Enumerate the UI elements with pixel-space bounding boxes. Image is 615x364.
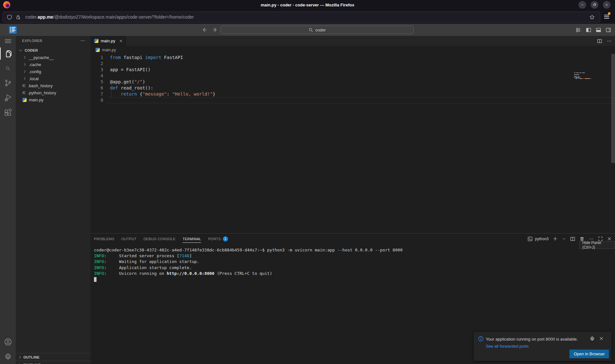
- tree-item-label: .python_history: [28, 90, 56, 95]
- code-editor[interactable]: 1from fastapi import FastAPI23app = Fast…: [90, 54, 615, 233]
- minimap[interactable]: [574, 72, 593, 80]
- split-editor-icon[interactable]: [597, 38, 602, 44]
- restore-icon[interactable]: [591, 1, 598, 9]
- chevron-right-icon: [22, 55, 27, 60]
- terminal-line: [94, 276, 612, 282]
- notification-close-icon[interactable]: [599, 336, 604, 341]
- terminal-output[interactable]: coder@coder-b3ee7c38-4372-482c-a4ed-7f14…: [94, 247, 612, 282]
- firefox-urlbar-row: coder.app.me/@dodistyo27/Workspace.main/…: [0, 10, 615, 24]
- window-controls: [578, 1, 611, 9]
- menu-icon[interactable]: [0, 36, 16, 46]
- tree-item-main-py[interactable]: main.py: [16, 96, 90, 103]
- url-text: coder.app.me/@dodistyo27/Workspace.main/…: [25, 14, 194, 20]
- toggle-secondary-sidebar-icon[interactable]: [606, 27, 611, 33]
- code-line-7[interactable]: 7 return {"message": "Hello, world!"}: [90, 91, 615, 97]
- forward-arrow-icon[interactable]: [212, 27, 218, 33]
- chevron-right-icon: [22, 62, 27, 67]
- python-file-icon: [94, 39, 98, 43]
- panel-tab-ports[interactable]: PORTS1: [208, 233, 228, 244]
- application-window: main.py - coder - code-server — Mozilla …: [0, 0, 615, 364]
- close-icon[interactable]: [603, 1, 611, 9]
- explorer-header: EXPLORER: [16, 36, 90, 46]
- window-title: main.py - coder - code-server — Mozilla …: [0, 3, 615, 7]
- line-number: 3: [90, 67, 103, 73]
- run-debug-icon[interactable]: [0, 90, 16, 105]
- editor-tab-bar: main.py: [90, 36, 615, 46]
- tab-main-py[interactable]: main.py: [90, 36, 126, 46]
- open-in-browser-button[interactable]: Open in Browser: [569, 350, 609, 358]
- lock-icon[interactable]: [15, 14, 21, 20]
- minimize-icon[interactable]: [578, 1, 586, 9]
- code-line-6[interactable]: 6def read_root():: [90, 85, 615, 91]
- terminal-line: coder@coder-b3ee7c38-4372-482c-a4ed-7f14…: [94, 247, 612, 253]
- chevron-right-icon: [18, 363, 22, 364]
- settings-gear-icon[interactable]: [0, 349, 16, 364]
- file-tree: CODER__pycache__.cache.config.local.bash…: [16, 47, 90, 103]
- chevron-right-icon: [22, 69, 27, 74]
- panel-tab-label: PORTS: [208, 237, 221, 241]
- history-file-icon: [22, 91, 26, 95]
- editor-scrollbar[interactable]: [611, 54, 615, 163]
- source-control-icon[interactable]: [0, 76, 16, 90]
- code-line-2[interactable]: 2: [90, 61, 615, 67]
- panel-tab-label: OUTPUT: [122, 237, 137, 241]
- tracking-shield-icon[interactable]: [7, 14, 12, 20]
- firefox-menu-icon[interactable]: [603, 13, 611, 21]
- activity-bar: [0, 36, 16, 364]
- code-line-3[interactable]: 3app = FastAPI(): [90, 67, 615, 73]
- outline-section-header[interactable]: OUTLINE: [16, 353, 90, 361]
- toggle-panel-icon[interactable]: [596, 27, 601, 33]
- python-file-icon: [96, 48, 100, 52]
- new-terminal-icon[interactable]: [553, 236, 558, 241]
- tree-item-label: .config: [29, 69, 41, 74]
- editor-region: main.py main.py 1from fastapi import Fas…: [90, 36, 615, 364]
- port-notification-toast: Your application running on port 8000 is…: [474, 332, 611, 361]
- editor-actions: [597, 36, 612, 46]
- tree-item--pycache-[interactable]: __pycache__: [16, 54, 90, 61]
- more-actions-icon[interactable]: [607, 38, 612, 44]
- panel-tab-output[interactable]: OUTPUT: [122, 233, 137, 244]
- search-icon[interactable]: [0, 61, 16, 76]
- code-text: def read_root():: [110, 85, 153, 91]
- breadcrumb[interactable]: main.py: [90, 46, 615, 54]
- explorer-more-actions-icon[interactable]: [80, 38, 85, 43]
- url-field[interactable]: coder.app.me/@dodistyo27/Workspace.main/…: [3, 12, 600, 22]
- close-tab-icon[interactable]: [119, 39, 123, 43]
- tree-item--bash-history[interactable]: .bash_history: [16, 82, 90, 89]
- history-file-icon: [22, 84, 26, 88]
- code-server-logo-icon: [9, 26, 17, 34]
- chevron-right-icon: [22, 76, 27, 81]
- layout-actions: [576, 24, 611, 36]
- code-line-1[interactable]: 1from fastapi import FastAPI: [90, 55, 615, 61]
- notification-message: Your application running on port 8000 is…: [486, 336, 585, 350]
- account-icon[interactable]: [0, 334, 16, 349]
- bookmark-star-icon[interactable]: [589, 14, 595, 20]
- back-arrow-icon[interactable]: [201, 27, 207, 33]
- customize-layout-icon[interactable]: [576, 27, 581, 33]
- tree-item-label: .cache: [29, 62, 41, 67]
- tree-item--cache[interactable]: .cache: [16, 61, 90, 68]
- notification-settings-gear-icon[interactable]: [590, 336, 595, 341]
- tree-item-coder[interactable]: CODER: [16, 47, 90, 54]
- code-line-8[interactable]: 8: [90, 97, 615, 103]
- code-line-4[interactable]: 4: [90, 73, 615, 79]
- toggle-sidebar-icon[interactable]: [586, 27, 591, 33]
- tree-item--config[interactable]: .config: [16, 68, 90, 75]
- terminal-line: INFO: Started server process [7148]: [94, 253, 612, 259]
- timeline-section-header[interactable]: TIMELINE: [16, 361, 90, 364]
- split-terminal-icon[interactable]: [570, 236, 575, 241]
- terminal-dropdown-icon[interactable]: [562, 237, 566, 241]
- panel-tab-terminal[interactable]: TERMINAL: [182, 233, 201, 244]
- command-search-box[interactable]: coder: [221, 26, 414, 34]
- files-icon[interactable]: [0, 46, 16, 61]
- panel-tab-debug-console[interactable]: DEBUG CONSOLE: [144, 233, 176, 244]
- panel-tab-problems[interactable]: PROBLEMS: [94, 233, 114, 244]
- tree-item--local[interactable]: .local: [16, 75, 90, 82]
- terminal-process-label[interactable]: python3: [535, 237, 549, 241]
- see-all-forwarded-ports-link[interactable]: See all forwarded ports: [486, 344, 529, 349]
- code-line-5[interactable]: 5@app.get("/"): [90, 79, 615, 85]
- extensions-icon[interactable]: [0, 105, 16, 120]
- panel-tab-label: PROBLEMS: [94, 237, 114, 241]
- line-number: 7: [90, 91, 103, 97]
- tree-item--python-history[interactable]: .python_history: [16, 89, 90, 96]
